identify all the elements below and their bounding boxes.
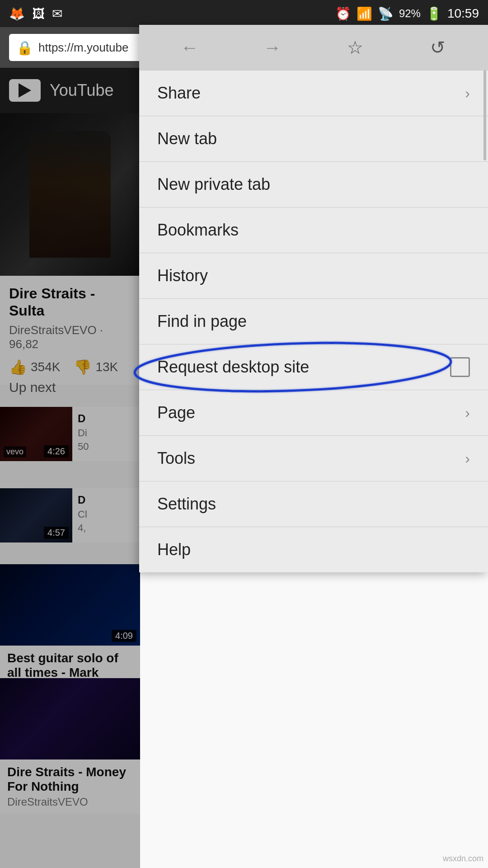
share-label: Share (157, 84, 201, 103)
desktop-site-label: Request desktop site (157, 358, 309, 377)
menu-item-page[interactable]: Page › (139, 390, 488, 435)
menu-item-new-tab[interactable]: New tab (139, 116, 488, 161)
settings-label: Settings (157, 495, 216, 514)
menu-item-settings[interactable]: Settings (139, 481, 488, 527)
desktop-site-checkbox[interactable] (450, 357, 470, 377)
find-label: Find in page (157, 312, 247, 331)
menu-toolbar: ← → ☆ ↺ (139, 25, 488, 70)
menu-dim-overlay (0, 68, 140, 868)
private-tab-label: New private tab (157, 175, 270, 194)
tools-label: Tools (157, 449, 195, 468)
menu-item-help[interactable]: Help (139, 527, 488, 572)
back-button[interactable]: ← (172, 29, 208, 66)
menu-item-find[interactable]: Find in page (139, 299, 488, 344)
forward-icon: → (263, 38, 282, 58)
back-icon: ← (181, 38, 199, 58)
menu-scrollbar[interactable] (483, 70, 486, 160)
menu-item-private-tab[interactable]: New private tab (139, 162, 488, 207)
help-label: Help (157, 540, 191, 559)
menu-item-share[interactable]: Share › (139, 71, 488, 116)
menu-item-history[interactable]: History (139, 253, 488, 298)
menu-overlay: ← → ☆ ↺ Share › New tab New private tab (0, 0, 488, 868)
history-label: History (157, 266, 208, 285)
menu-item-tools[interactable]: Tools › (139, 436, 488, 481)
bookmark-star-icon: ☆ (347, 37, 363, 58)
bookmark-button[interactable]: ☆ (337, 29, 373, 66)
refresh-button[interactable]: ↺ (420, 29, 456, 66)
share-arrow: › (465, 85, 470, 102)
bookmarks-label: Bookmarks (157, 221, 239, 240)
tools-arrow: › (465, 450, 470, 467)
browser-menu: ← → ☆ ↺ Share › New tab New private tab (139, 25, 488, 572)
refresh-icon: ↺ (430, 37, 446, 58)
page-arrow: › (465, 405, 470, 421)
forward-button[interactable]: → (254, 29, 291, 66)
menu-item-bookmarks[interactable]: Bookmarks (139, 208, 488, 253)
new-tab-label: New tab (157, 129, 217, 148)
page-label: Page (157, 403, 195, 422)
menu-item-desktop-site[interactable]: Request desktop site (139, 344, 488, 390)
